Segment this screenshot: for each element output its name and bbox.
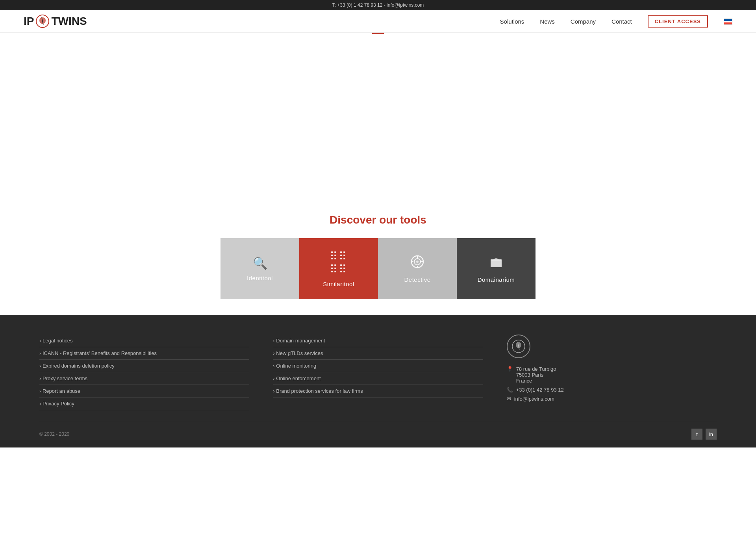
nav-news[interactable]: News bbox=[540, 18, 555, 25]
similaritool-icon: ⠿⠿⠿⠿ bbox=[330, 250, 348, 276]
svg-point-3 bbox=[416, 261, 419, 263]
footer-link-abuse[interactable]: Report an abuse bbox=[39, 385, 249, 398]
footer-grid: Legal notices ICANN - Registrants' Benef… bbox=[39, 335, 717, 410]
client-access-button[interactable]: CLIENT ACCESS bbox=[648, 15, 708, 28]
phone-icon: 📞 bbox=[507, 387, 513, 393]
footer-link-legal[interactable]: Legal notices bbox=[39, 335, 249, 347]
nav-underline bbox=[372, 33, 384, 34]
footer-email: ✉ info@iptwins.com bbox=[507, 396, 717, 402]
footer-address-text: 78 rue de Turbigo 75003 Paris France bbox=[516, 366, 556, 384]
lang-selector[interactable] bbox=[724, 18, 732, 25]
contact-info: T: +33 (0) 1 42 78 93 12 - info@iptwins.… bbox=[332, 2, 424, 8]
identitool-label: Identitool bbox=[247, 275, 273, 281]
footer-link-domain-mgmt[interactable]: Domain management bbox=[273, 335, 483, 347]
footer-bottom: © 2002 - 2020 t in bbox=[39, 422, 717, 440]
discover-section: Discover our tools 🔍 Identitool ⠿⠿⠿⠿ Sim… bbox=[0, 190, 756, 315]
lang-flag-icon bbox=[724, 18, 732, 25]
identitool-icon: 🔍 bbox=[253, 256, 267, 270]
footer-link-enforcement[interactable]: Online enforcement bbox=[273, 372, 483, 385]
footer-link-brand-law[interactable]: Brand protection services for law firms bbox=[273, 385, 483, 398]
footer-link-icann[interactable]: ICANN - Registrants' Benefits and Respon… bbox=[39, 347, 249, 360]
address-icon: 📍 bbox=[507, 366, 513, 372]
tools-grid: 🔍 Identitool ⠿⠿⠿⠿ Similaritool Detective bbox=[220, 238, 536, 299]
hero-area bbox=[0, 33, 756, 190]
nav-company[interactable]: Company bbox=[571, 18, 596, 25]
detective-label: Detective bbox=[404, 276, 430, 283]
tool-card-detective[interactable]: Detective bbox=[378, 238, 457, 299]
footer-logo-circle bbox=[507, 335, 530, 358]
footer: Legal notices ICANN - Registrants' Benef… bbox=[0, 315, 756, 447]
footer-link-proxy[interactable]: Proxy service terms bbox=[39, 372, 249, 385]
footer-links-2: Domain management New gTLDs services Onl… bbox=[273, 335, 483, 398]
twitter-icon[interactable]: t bbox=[691, 429, 702, 440]
linkedin-icon[interactable]: in bbox=[706, 429, 717, 440]
domainarium-icon bbox=[489, 255, 503, 272]
footer-address: 📍 78 rue de Turbigo 75003 Paris France bbox=[507, 366, 717, 384]
detective-icon bbox=[410, 255, 424, 272]
footer-links-1: Legal notices ICANN - Registrants' Benef… bbox=[39, 335, 249, 410]
logo-text-right: TWINS bbox=[51, 15, 87, 28]
tool-card-identitool[interactable]: 🔍 Identitool bbox=[220, 238, 299, 299]
copyright: © 2002 - 2020 bbox=[39, 431, 69, 437]
similaritool-label: Similaritool bbox=[323, 281, 354, 287]
tool-card-domainarium[interactable]: Domainarium bbox=[457, 238, 536, 299]
nav-contact[interactable]: Contact bbox=[611, 18, 632, 25]
main-nav: Solutions News Company Contact CLIENT AC… bbox=[500, 15, 732, 28]
tool-card-similaritool[interactable]: ⠿⠿⠿⠿ Similaritool bbox=[299, 238, 378, 299]
email-icon: ✉ bbox=[507, 396, 511, 402]
footer-col-1: Legal notices ICANN - Registrants' Benef… bbox=[39, 335, 249, 410]
top-bar: T: +33 (0) 1 42 78 93 12 - info@iptwins.… bbox=[0, 0, 756, 10]
footer-link-monitoring[interactable]: Online monitoring bbox=[273, 360, 483, 372]
domainarium-label: Domainarium bbox=[478, 276, 515, 283]
footer-link-gtlds[interactable]: New gTLDs services bbox=[273, 347, 483, 360]
footer-link-expired[interactable]: Expired domains deletion policy bbox=[39, 360, 249, 372]
social-icons: t in bbox=[691, 429, 717, 440]
footer-phone: 📞 +33 (0)1 42 78 93 12 bbox=[507, 387, 717, 393]
nav-solutions[interactable]: Solutions bbox=[500, 18, 524, 25]
logo-icon bbox=[35, 14, 50, 28]
footer-contact: 📍 78 rue de Turbigo 75003 Paris France 📞… bbox=[507, 335, 717, 410]
discover-title: Discover our tools bbox=[8, 214, 748, 226]
footer-col-2: Domain management New gTLDs services Onl… bbox=[273, 335, 483, 410]
header: IP TWINS Solutions News Company Contact … bbox=[0, 10, 756, 33]
logo[interactable]: IP TWINS bbox=[24, 14, 87, 28]
logo-text-left: IP bbox=[24, 15, 34, 28]
footer-link-privacy[interactable]: Privacy Policy bbox=[39, 398, 249, 410]
